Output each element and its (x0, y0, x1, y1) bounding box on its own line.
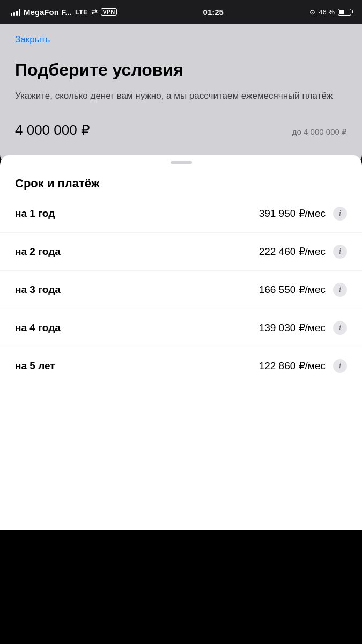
info-button[interactable]: i (333, 321, 347, 335)
info-button[interactable]: i (333, 207, 347, 221)
time-label: 01:25 (203, 8, 224, 17)
status-bar: MegaFon F... LTE ⇄ VPN 01:25 ⊙ 46 % (0, 0, 362, 24)
info-button[interactable]: i (333, 245, 347, 259)
loan-term-label: на 1 год (15, 208, 55, 219)
loan-item[interactable]: на 1 год391 950 ₽/месi (0, 195, 362, 233)
close-button[interactable]: Закрыть (15, 34, 50, 45)
loan-right: 122 860 ₽/месi (259, 359, 347, 373)
data-transfer-icon: ⇄ (91, 8, 98, 16)
loan-right: 166 550 ₽/месi (259, 283, 347, 297)
loan-term-label: на 2 года (15, 246, 61, 258)
battery-percent-label: 46 % (319, 8, 335, 16)
battery-icon (338, 9, 351, 16)
loan-payment-label: 222 460 ₽/мес (259, 245, 326, 258)
page-title: Подберите условия (15, 60, 347, 80)
amount-row: 4 000 000 ₽ до 4 000 000 ₽ (15, 122, 347, 138)
status-right: ⊙ 46 % (309, 8, 351, 16)
info-button[interactable]: i (333, 283, 347, 297)
loan-term-label: на 4 года (15, 322, 61, 334)
loan-payment-label: 139 030 ₽/мес (259, 321, 326, 334)
loan-item[interactable]: на 3 года166 550 ₽/месi (0, 271, 362, 309)
top-card: Закрыть Подберите условия Укажите, сколь… (0, 24, 362, 165)
loan-item[interactable]: на 4 года139 030 ₽/месi (0, 309, 362, 347)
selected-amount: 4 000 000 ₽ (15, 122, 90, 138)
status-left: MegaFon F... LTE ⇄ VPN (11, 8, 117, 17)
loan-item[interactable]: на 5 лет122 860 ₽/месi (0, 347, 362, 385)
loan-right: 222 460 ₽/месi (259, 245, 347, 259)
loan-payment-label: 391 950 ₽/мес (259, 207, 326, 219)
bottom-sheet: Срок и платёж на 1 год391 950 ₽/месiна 2… (0, 155, 362, 530)
loan-list: на 1 год391 950 ₽/месiна 2 года222 460 ₽… (0, 195, 362, 385)
vpn-badge: VPN (101, 8, 117, 16)
loan-right: 139 030 ₽/месi (259, 321, 347, 335)
loan-item[interactable]: на 2 года222 460 ₽/месi (0, 233, 362, 271)
sheet-handle (171, 161, 192, 164)
carrier-label: MegaFon F... (24, 8, 72, 17)
max-amount-label: до 4 000 000 ₽ (292, 127, 347, 137)
loan-term-label: на 5 лет (15, 360, 55, 372)
section-title: Срок и платёж (0, 177, 362, 191)
loan-payment-label: 122 860 ₽/мес (259, 360, 326, 372)
info-button[interactable]: i (333, 359, 347, 373)
network-type-label: LTE (75, 8, 88, 16)
page-description: Укажите, сколько денег вам нужно, а мы р… (15, 90, 347, 103)
loan-payment-label: 166 550 ₽/мес (259, 283, 326, 296)
signal-bars-icon (11, 8, 20, 16)
brightness-icon: ⊙ (309, 8, 315, 16)
loan-term-label: на 3 года (15, 284, 61, 296)
loan-right: 391 950 ₽/месi (259, 207, 347, 221)
